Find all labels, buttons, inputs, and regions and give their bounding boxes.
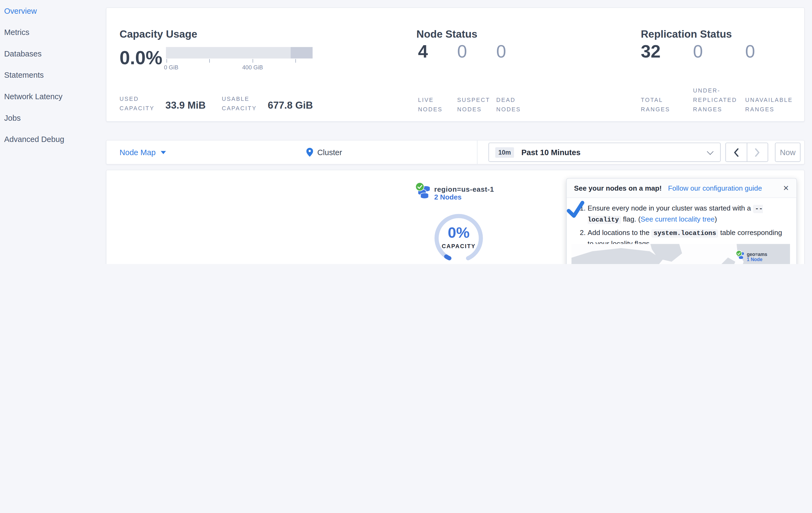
now-button[interactable]: Now: [775, 142, 801, 162]
under-replicated-ranges-label: UNDER-REPLICATED RANGES: [693, 85, 739, 114]
popup-title: See your nodes on a map!: [574, 184, 662, 192]
breadcrumb[interactable]: Cluster: [306, 141, 342, 164]
setup-steps-list: Ensure every node in your cluster was st…: [575, 203, 789, 250]
sidebar-item-databases[interactable]: Databases: [0, 43, 106, 64]
capacity-tick-400: 400 GiB: [242, 64, 263, 71]
mini-region-card-geo-ams: geo=ams 1 Node 10% CAPACITY 3.6 GiB 34.4…: [736, 252, 784, 264]
sidebar-item-jobs[interactable]: Jobs: [0, 107, 106, 129]
configuration-guide-link[interactable]: Follow our configuration guide: [668, 184, 762, 192]
caret-down-icon: [161, 151, 166, 154]
capacity-percent: 0.0%: [119, 49, 162, 68]
mini-region-nodes: 1 Node: [747, 257, 767, 262]
chevron-left-icon: [733, 148, 739, 157]
capacity-bar-used-segment: [291, 47, 313, 59]
breadcrumb-cluster-label: Cluster: [317, 148, 342, 157]
node-map-setup-popup: See your nodes on a map! Follow our conf…: [566, 178, 797, 264]
region-name: region=us-east-1: [434, 186, 494, 193]
unavailable-ranges-label: UNAVAILABLE RANGES: [745, 95, 795, 114]
time-range-badge: 10m: [495, 147, 514, 158]
capacity-usage-title: Capacity Usage: [119, 28, 197, 40]
time-range-label: Past 10 Minutes: [521, 148, 580, 157]
map-pin-icon: [306, 148, 313, 157]
healthy-check-badge: [415, 182, 424, 191]
replication-status-title: Replication Status: [641, 28, 732, 40]
sidebar-item-advanced-debug[interactable]: Advanced Debug: [0, 129, 106, 150]
region-card-us-east-1: region=us-east-1 2 Nodes 0% CAPACITY 14.…: [417, 186, 500, 264]
capacity-bar: 0 GiB 400 GiB: [166, 47, 313, 72]
node-status-title: Node Status: [416, 28, 477, 40]
step1-text: Ensure every node in your cluster was st…: [588, 204, 753, 212]
gauge-capacity-label: CAPACITY: [431, 243, 487, 249]
view-selector-dropdown[interactable]: Node Map: [119, 141, 166, 164]
live-nodes-value: 4: [418, 42, 457, 60]
dead-nodes-value: 0: [496, 42, 535, 60]
total-ranges-value: 32: [641, 42, 693, 60]
capacity-tick-0: 0 GiB: [164, 64, 178, 71]
used-capacity-value: 33.9 MiB: [166, 100, 206, 111]
usable-capacity-value: 677.8 GiB: [268, 100, 313, 111]
step2-text: Add locations to the: [588, 228, 651, 236]
chevron-down-icon: [707, 148, 714, 155]
time-range-prev-button[interactable]: [726, 143, 747, 161]
step1-text-mid: flag. (: [621, 215, 641, 223]
usable-capacity-label: USABLE CAPACITY: [222, 94, 268, 113]
locality-tree-link[interactable]: See current locality tree: [641, 215, 715, 223]
healthy-check-badge: [736, 250, 742, 256]
unavailable-ranges-value: 0: [745, 42, 797, 60]
sidebar: Overview Metrics Databases Statements Ne…: [0, 0, 106, 264]
time-range-dropdown[interactable]: 10m Past 10 Minutes: [488, 142, 721, 162]
cluster-summary-panel: Capacity Usage 0.0% 0 GiB 400 GiB USED C…: [106, 7, 805, 122]
mini-region-name: geo=ams: [747, 252, 767, 257]
used-capacity-label: USED CAPACITY: [119, 94, 166, 113]
capacity-gauge: 0% CAPACITY: [431, 211, 487, 264]
popup-body: Ensure every node in your cluster was st…: [567, 198, 796, 249]
view-toolbar: Node Map Cluster 10m Past 10 Minutes: [106, 140, 805, 165]
suspect-nodes-label: SUSPECT NODES: [457, 95, 491, 114]
view-selector-label: Node Map: [119, 148, 155, 157]
step1-text-post: ): [715, 215, 717, 223]
node-map-preview: ! geo=sfo 2 Nodes 9% CAPACITY 3.2 GiB 35…: [571, 244, 790, 264]
sidebar-item-network-latency[interactable]: Network Latency: [0, 86, 106, 107]
total-ranges-label: TOTAL RANGES: [641, 95, 687, 114]
sidebar-item-metrics[interactable]: Metrics: [0, 22, 106, 43]
db-console-overview-page: Overview Metrics Databases Statements Ne…: [0, 0, 812, 264]
step-done-check-icon: [566, 200, 586, 220]
live-nodes-label: LIVE NODES: [418, 95, 451, 114]
time-range-next-button[interactable]: [747, 143, 768, 161]
sidebar-item-statements[interactable]: Statements: [0, 64, 106, 86]
chevron-right-icon: [755, 148, 760, 157]
toolbar-divider: [477, 141, 477, 164]
time-range-pager: [725, 142, 768, 162]
system-locations-code: system.locations: [651, 229, 718, 237]
gauge-percent: 0%: [431, 224, 487, 241]
sidebar-item-overview[interactable]: Overview: [0, 0, 106, 22]
popup-header: See your nodes on a map! Follow our conf…: [567, 179, 796, 198]
region-nodes-link[interactable]: 2 Nodes: [434, 193, 494, 201]
under-replicated-ranges-value: 0: [693, 42, 745, 60]
close-icon[interactable]: ✕: [783, 184, 789, 192]
setup-step-1: Ensure every node in your cluster was st…: [588, 203, 789, 225]
dead-nodes-label: DEAD NODES: [496, 95, 530, 114]
suspect-nodes-value: 0: [457, 42, 496, 60]
